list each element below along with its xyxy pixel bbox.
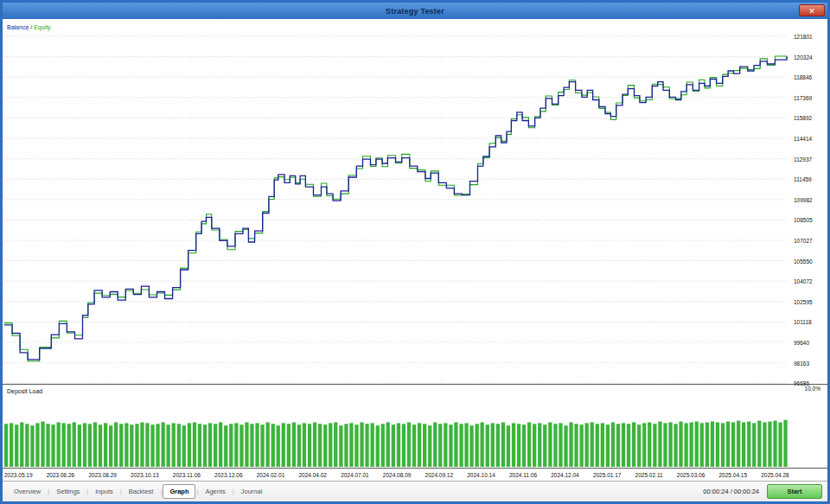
deposit-load-bar [172, 423, 176, 467]
tab-inputs[interactable]: Inputs [89, 485, 118, 498]
tab-bar: Overview|Settings|Inputs|Backtest|Graph|… [3, 481, 827, 501]
y-axis-label: 117369 [794, 94, 812, 100]
deposit-load-bar [632, 423, 635, 468]
x-axis-label: 2024.10.14 [467, 472, 495, 478]
x-axis-label: 2025.04.28 [761, 472, 789, 478]
titlebar[interactable]: Strategy Tester ✕ [3, 3, 827, 19]
x-axis-label: 2024.11.06 [509, 472, 537, 478]
tab-settings[interactable]: Settings [50, 485, 86, 498]
deposit-load-bar [501, 423, 505, 468]
deposit-load-bar [527, 423, 531, 468]
deposit-load-bar [104, 423, 107, 467]
y-axis-label: 104072 [794, 278, 813, 284]
x-axis-label: 2024.09.12 [425, 472, 454, 478]
deposit-load-bar [386, 423, 390, 468]
deposit-load-bar [627, 424, 630, 467]
deposit-load-bar [459, 424, 463, 467]
deposit-load-bar [721, 423, 725, 467]
tab-agents[interactable]: Agents [199, 485, 231, 498]
deposit-load-bar [454, 423, 457, 468]
deposit-load-bar [449, 424, 452, 467]
deposit-load-bar [674, 424, 677, 467]
chart-deposit-divider [3, 384, 827, 385]
deposit-load-bar [601, 423, 604, 467]
start-button[interactable]: Start [767, 484, 822, 499]
chart-legend: Balance / Equity [7, 24, 51, 30]
deposit-load-bar [20, 423, 23, 468]
deposit-load-bar [663, 423, 667, 467]
deposit-load-bar [569, 423, 572, 468]
y-axis-label: 120324 [794, 54, 813, 60]
deposit-load-bar [114, 423, 118, 468]
y-axis-label: 102595 [794, 298, 813, 304]
deposit-load-bar [481, 423, 484, 468]
deposit-load-bar [553, 424, 557, 467]
deposit-load-bar [711, 422, 714, 467]
y-axis-label: 105550 [794, 258, 813, 264]
y-axis-label: 109982 [794, 196, 813, 202]
deposit-load-bar [658, 422, 661, 467]
deposit-load-bar [402, 424, 405, 467]
deposit-load-bar [543, 424, 546, 467]
deposit-load-bar [329, 423, 332, 467]
deposit-load-bar [522, 424, 526, 467]
tab-journal[interactable]: Journal [235, 485, 269, 498]
x-axis-label: 2023.05.19 [4, 472, 33, 478]
deposit-load-bar [177, 424, 181, 467]
deposit-load-bar [596, 424, 599, 467]
deposit-load-bar [433, 423, 437, 468]
deposit-load-bar [533, 424, 536, 467]
deposit-load-bar [773, 421, 776, 467]
deposit-load-bar [198, 424, 201, 467]
deposit-load-bar [616, 424, 620, 467]
deposit-load-bar [130, 424, 133, 467]
deposit-load-bar [93, 423, 97, 468]
deposit-load-bar [611, 423, 615, 468]
deposit-load-bar [35, 423, 39, 467]
deposit-load-bar [517, 424, 520, 467]
deposit-load-bar [10, 423, 13, 467]
close-button[interactable]: ✕ [799, 4, 825, 16]
deposit-load-bar [538, 423, 541, 467]
x-axis: 2023.05.192023.06.262023.08.292023.10.13… [4, 469, 789, 480]
deposit-load-bar [496, 424, 500, 467]
deposit-load-bar [679, 422, 682, 467]
x-axis-label: 2025.02.11 [635, 472, 663, 478]
deposit-load-bar [653, 424, 656, 467]
deposit-load-bar [219, 423, 222, 468]
y-axis-label: 115892 [794, 115, 812, 121]
deposit-load-bar [564, 425, 567, 467]
deposit-load-bar [349, 423, 353, 467]
tab-overview[interactable]: Overview [8, 485, 47, 498]
strategy-tester-window: Strategy Tester ✕ Balance / Equity 12180… [0, 0, 830, 504]
deposit-load-bar [318, 424, 322, 467]
deposit-load-bar [150, 424, 154, 467]
deposit-load-bar [763, 423, 766, 468]
deposit-load-bar [407, 423, 411, 468]
deposit-load-bar [313, 423, 316, 468]
deposit-load-bar [297, 424, 301, 467]
deposit-load-bar [381, 424, 385, 467]
deposit-load-bar [695, 422, 699, 467]
deposit-load-bar [397, 423, 400, 467]
deposit-load-bar [392, 424, 395, 467]
deposit-load-bar [507, 425, 510, 467]
deposit-load-bar [668, 423, 672, 468]
deposit-load-bar [234, 423, 238, 467]
balance-line [4, 57, 787, 360]
deposit-load-bar [271, 424, 275, 467]
deposit-load-bar [15, 424, 18, 467]
tab-backtest[interactable]: Backtest [123, 485, 160, 498]
deposit-load-bar [591, 423, 594, 468]
deposit-load-bar [334, 423, 337, 468]
deposit-load-bar [145, 423, 149, 467]
y-axis-label: 114414 [794, 136, 812, 142]
y-axis-label: 121801 [794, 34, 813, 40]
legend-equity-label: Equity [34, 24, 50, 30]
x-axis-label: 2024.02.01 [257, 472, 285, 478]
deposit-load-bar [486, 424, 489, 467]
deposit-load-bar [428, 425, 431, 467]
x-axis-label: 2025.03.06 [677, 472, 706, 478]
deposit-load-bar [214, 424, 217, 467]
tab-graph[interactable]: Graph [163, 484, 195, 499]
